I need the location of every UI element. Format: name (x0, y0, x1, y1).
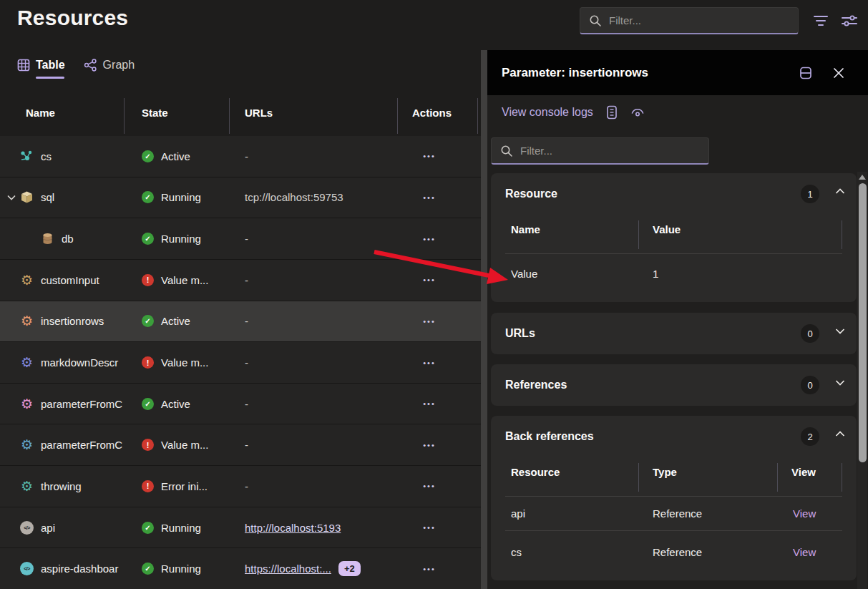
row-actions-button[interactable]: ••• (416, 189, 443, 206)
resource-state: Value m... (161, 274, 208, 286)
section-back-references-header[interactable]: Back references 2 (491, 416, 857, 457)
resource-url: - (245, 439, 248, 451)
column-header-urls: URLs (245, 107, 273, 119)
more-urls-badge[interactable]: +2 (338, 561, 361, 576)
top-bar: Resources (0, 0, 868, 50)
filter-funnel-icon[interactable] (809, 9, 833, 33)
resource-filter-input[interactable] (609, 14, 789, 26)
backref-view-link[interactable]: View (793, 546, 816, 558)
section-title: Resource (505, 188, 557, 200)
column-divider (397, 98, 398, 134)
resource-values-table: Name Value Value 1 (505, 223, 842, 295)
column-divider (477, 98, 478, 134)
row-actions-button[interactable]: ••• (416, 354, 443, 371)
status-error-icon (142, 356, 154, 369)
settings-sliders-icon[interactable] (837, 9, 862, 33)
section-title: Back references (505, 430, 594, 443)
resource-state: Running (161, 233, 201, 245)
resource-url: - (245, 480, 248, 492)
table-row-aspire-dashboard[interactable]: aspire-dashboar Running https://localhos… (0, 547, 481, 589)
panel-filter-box[interactable] (491, 137, 709, 165)
resource-table: cs Active - ••• sql Running tcp://localh… (0, 136, 481, 589)
resource-state: Running (161, 191, 201, 203)
resource-state: Value m... (161, 439, 208, 451)
search-icon (500, 145, 513, 157)
resource-name: parameterFromC (41, 398, 122, 410)
status-ok-icon (142, 191, 154, 203)
resource-name: markdownDescr (41, 356, 118, 369)
connection-icon (20, 150, 34, 163)
count-badge: 2 (801, 427, 819, 446)
chevron-down-icon[interactable] (7, 195, 19, 200)
table-separator (505, 253, 842, 254)
chevron-down-icon (835, 328, 845, 334)
database-icon (41, 232, 54, 245)
close-icon[interactable] (826, 61, 851, 85)
resource-name: api (41, 522, 55, 534)
row-actions-button[interactable]: ••• (416, 271, 443, 288)
table-row-custominput[interactable]: customInput Value m... - ••• (0, 259, 481, 301)
table-row-throwing[interactable]: throwing Error ini... - ••• (0, 465, 481, 507)
row-actions-button[interactable]: ••• (416, 477, 443, 495)
resource-state: Active (161, 150, 190, 162)
status-ok-icon (142, 315, 154, 327)
resource-name: sql (41, 191, 54, 203)
status-ok-icon (142, 522, 154, 534)
split-pane-icon[interactable] (794, 61, 818, 85)
panel-filter-input[interactable] (520, 145, 700, 157)
resource-name: parameterFromC (41, 439, 122, 451)
panel-splitter[interactable] (481, 50, 487, 589)
tab-selected-underline (36, 77, 64, 79)
table-separator (505, 530, 842, 531)
panel-actions-row: View console logs (502, 105, 645, 120)
panel-scrollbar-thumb[interactable] (859, 183, 867, 462)
row-actions-button[interactable]: ••• (416, 560, 443, 578)
tab-graph[interactable]: Graph (84, 59, 135, 79)
row-actions-button[interactable]: ••• (416, 519, 443, 536)
resource-url-link[interactable]: http://localhost:5193 (245, 522, 341, 534)
resource-name: customInput (41, 274, 99, 286)
section-resource-header[interactable]: Resource 1 (491, 173, 857, 215)
backref-view-link[interactable]: View (793, 507, 816, 520)
column-divider (229, 98, 230, 134)
eye-watch-icon[interactable] (630, 107, 645, 118)
table-row-markdowndescr[interactable]: markdownDescr Value m... - ••• (0, 341, 481, 383)
column-divider (124, 98, 125, 134)
resource-url: - (245, 150, 248, 162)
scrollbar-up-arrow[interactable] (859, 175, 866, 180)
column-divider (638, 220, 639, 249)
row-actions-button[interactable]: ••• (416, 230, 443, 248)
resource-state: Running (161, 522, 201, 534)
table-header: Name State URLs Actions (0, 97, 481, 135)
table-row-parameterfromc-2[interactable]: parameterFromC Value m... - ••• (0, 424, 481, 465)
section-references-header[interactable]: References 0 (491, 364, 857, 406)
table-row-api[interactable]: api Running http://localhost:5193 ••• (0, 507, 481, 548)
section-urls: URLs 0 (491, 313, 857, 354)
resource-state: Value m... (161, 356, 208, 369)
gear-icon (20, 480, 34, 493)
column-divider (638, 463, 639, 492)
gear-icon (20, 397, 34, 411)
table-row-parameterfromc-1[interactable]: parameterFromC Active - ••• (0, 383, 481, 424)
section-resource: Resource 1 Name Value Value 1 (491, 173, 857, 302)
row-actions-button[interactable]: ••• (416, 395, 443, 412)
row-actions-button[interactable]: ••• (416, 147, 443, 165)
table-separator (505, 496, 842, 497)
table-row-sql[interactable]: sql Running tcp://localhost:59753 ••• (0, 177, 481, 218)
row-actions-button[interactable]: ••• (416, 437, 443, 454)
document-log-icon[interactable] (606, 105, 618, 120)
back-references-table: Resource Type View api Reference View cs… (505, 466, 842, 573)
table-row-db[interactable]: db Running - ••• (0, 218, 481, 259)
resource-filter-box[interactable] (580, 7, 799, 34)
tab-table[interactable]: Table (17, 59, 65, 79)
view-console-logs-link[interactable]: View console logs (502, 106, 593, 119)
resource-url-link[interactable]: https://localhost:... (245, 563, 331, 575)
backref-resource-cell: cs (511, 546, 522, 558)
table-row-cs[interactable]: cs Active - ••• (0, 136, 481, 177)
status-ok-icon (142, 150, 154, 162)
row-actions-button[interactable]: ••• (416, 313, 443, 330)
section-urls-header[interactable]: URLs 0 (491, 313, 857, 354)
code-icon (20, 521, 34, 535)
resource-url: - (245, 315, 248, 327)
table-row-insertionrows[interactable]: insertionrows Active - ••• (0, 301, 481, 342)
